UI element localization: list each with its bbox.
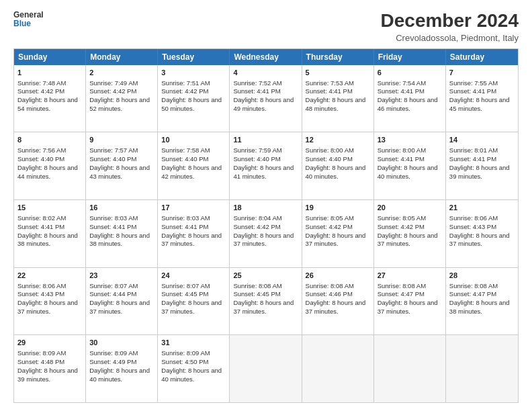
sunrise-text: Sunrise: 8:09 AM bbox=[89, 349, 138, 357]
calendar-row-5: 29Sunrise: 8:09 AMSunset: 4:48 PMDayligh… bbox=[14, 334, 518, 402]
sunset-text: Sunset: 4:43 PM bbox=[449, 223, 496, 230]
daylight-text: Daylight: 8 hours and 37 minutes. bbox=[17, 299, 78, 315]
day-number: 14 bbox=[449, 135, 515, 145]
header-day-wednesday: Wednesday bbox=[230, 49, 302, 65]
sunset-text: Sunset: 4:44 PM bbox=[89, 290, 136, 298]
sunset-text: Sunset: 4:50 PM bbox=[161, 358, 208, 365]
daylight-text: Daylight: 8 hours and 54 minutes. bbox=[17, 96, 78, 112]
sunrise-text: Sunrise: 8:08 AM bbox=[378, 282, 426, 289]
daylight-text: Daylight: 8 hours and 38 minutes. bbox=[449, 299, 510, 315]
day-number: 19 bbox=[306, 203, 370, 213]
sunrise-text: Sunrise: 8:05 AM bbox=[306, 214, 354, 222]
day-cell-23: 23Sunrise: 8:07 AMSunset: 4:44 PMDayligh… bbox=[86, 268, 158, 335]
sunrise-text: Sunrise: 8:09 AM bbox=[161, 349, 210, 357]
daylight-text: Daylight: 8 hours and 41 minutes. bbox=[233, 164, 294, 180]
day-number: 15 bbox=[17, 203, 82, 213]
day-cell-17: 17Sunrise: 8:03 AMSunset: 4:41 PMDayligh… bbox=[158, 200, 230, 267]
sunrise-text: Sunrise: 7:58 AM bbox=[161, 146, 210, 154]
day-number: 3 bbox=[161, 68, 226, 78]
day-cell-24: 24Sunrise: 8:07 AMSunset: 4:45 PMDayligh… bbox=[158, 268, 230, 335]
day-number: 6 bbox=[378, 68, 442, 78]
day-cell-30: 30Sunrise: 8:09 AMSunset: 4:49 PMDayligh… bbox=[86, 335, 158, 402]
logo-blue-label: Blue bbox=[13, 19, 44, 28]
daylight-text: Daylight: 8 hours and 37 minutes. bbox=[161, 299, 222, 315]
day-number: 28 bbox=[449, 271, 515, 281]
sunset-text: Sunset: 4:40 PM bbox=[306, 155, 353, 163]
day-cell-2: 2Sunrise: 7:49 AMSunset: 4:42 PMDaylight… bbox=[86, 65, 158, 132]
day-cell-28: 28Sunrise: 8:08 AMSunset: 4:47 PMDayligh… bbox=[446, 268, 518, 335]
day-number: 11 bbox=[233, 135, 298, 145]
day-cell-20: 20Sunrise: 8:05 AMSunset: 4:42 PMDayligh… bbox=[374, 200, 446, 267]
daylight-text: Daylight: 8 hours and 40 minutes. bbox=[306, 164, 366, 180]
header-day-monday: Monday bbox=[86, 49, 158, 65]
sunrise-text: Sunrise: 8:00 AM bbox=[378, 146, 426, 154]
month-title: December 2024 bbox=[381, 11, 519, 32]
sunset-text: Sunset: 4:42 PM bbox=[306, 223, 353, 230]
sunrise-text: Sunrise: 8:07 AM bbox=[161, 282, 210, 289]
daylight-text: Daylight: 8 hours and 37 minutes. bbox=[161, 232, 222, 248]
sunrise-text: Sunrise: 8:08 AM bbox=[449, 282, 498, 289]
day-cell-27: 27Sunrise: 8:08 AMSunset: 4:47 PMDayligh… bbox=[374, 268, 446, 335]
sunrise-text: Sunrise: 8:09 AM bbox=[17, 349, 66, 357]
day-number: 16 bbox=[89, 203, 154, 213]
page: General Blue December 2024 Crevoladossol… bbox=[0, 0, 532, 411]
daylight-text: Daylight: 8 hours and 37 minutes. bbox=[306, 232, 366, 248]
header-day-thursday: Thursday bbox=[302, 49, 374, 65]
sunset-text: Sunset: 4:42 PM bbox=[89, 87, 136, 95]
day-number: 2 bbox=[89, 68, 154, 78]
sunrise-text: Sunrise: 8:06 AM bbox=[17, 282, 66, 289]
day-number: 29 bbox=[17, 338, 82, 348]
day-number: 23 bbox=[89, 271, 154, 281]
day-number: 20 bbox=[378, 203, 442, 213]
sunrise-text: Sunrise: 7:57 AM bbox=[89, 146, 138, 154]
sunset-text: Sunset: 4:41 PM bbox=[89, 223, 136, 230]
sunset-text: Sunset: 4:41 PM bbox=[449, 87, 496, 95]
daylight-text: Daylight: 8 hours and 37 minutes. bbox=[378, 232, 438, 248]
day-number: 17 bbox=[161, 203, 226, 213]
sunset-text: Sunset: 4:45 PM bbox=[233, 290, 280, 298]
daylight-text: Daylight: 8 hours and 39 minutes. bbox=[17, 367, 78, 383]
sunset-text: Sunset: 4:43 PM bbox=[17, 290, 64, 298]
sunrise-text: Sunrise: 7:49 AM bbox=[89, 79, 138, 87]
empty-cell bbox=[374, 335, 446, 402]
calendar-row-1: 1Sunrise: 7:48 AMSunset: 4:42 PMDaylight… bbox=[14, 65, 518, 132]
daylight-text: Daylight: 8 hours and 46 minutes. bbox=[378, 96, 438, 112]
sunset-text: Sunset: 4:40 PM bbox=[161, 155, 208, 163]
day-cell-4: 4Sunrise: 7:52 AMSunset: 4:41 PMDaylight… bbox=[230, 65, 302, 132]
daylight-text: Daylight: 8 hours and 44 minutes. bbox=[17, 164, 78, 180]
sunset-text: Sunset: 4:47 PM bbox=[449, 290, 496, 298]
day-number: 27 bbox=[378, 271, 442, 281]
day-cell-26: 26Sunrise: 8:08 AMSunset: 4:46 PMDayligh… bbox=[302, 268, 374, 335]
day-number: 30 bbox=[89, 338, 154, 348]
calendar-row-4: 22Sunrise: 8:06 AMSunset: 4:43 PMDayligh… bbox=[14, 267, 518, 335]
day-cell-11: 11Sunrise: 7:59 AMSunset: 4:40 PMDayligh… bbox=[230, 132, 302, 199]
day-cell-25: 25Sunrise: 8:08 AMSunset: 4:45 PMDayligh… bbox=[230, 268, 302, 335]
sunrise-text: Sunrise: 8:06 AM bbox=[449, 214, 498, 222]
daylight-text: Daylight: 8 hours and 43 minutes. bbox=[89, 164, 150, 180]
sunrise-text: Sunrise: 8:02 AM bbox=[17, 214, 66, 222]
day-number: 4 bbox=[233, 68, 298, 78]
sunrise-text: Sunrise: 7:53 AM bbox=[306, 79, 354, 87]
calendar: SundayMondayTuesdayWednesdayThursdayFrid… bbox=[13, 48, 519, 403]
sunrise-text: Sunrise: 8:08 AM bbox=[306, 282, 354, 289]
sunset-text: Sunset: 4:41 PM bbox=[378, 87, 425, 95]
day-number: 13 bbox=[378, 135, 442, 145]
day-cell-3: 3Sunrise: 7:51 AMSunset: 4:42 PMDaylight… bbox=[158, 65, 230, 132]
daylight-text: Daylight: 8 hours and 48 minutes. bbox=[306, 96, 366, 112]
header: General Blue December 2024 Crevoladossol… bbox=[13, 11, 519, 43]
day-cell-16: 16Sunrise: 8:03 AMSunset: 4:41 PMDayligh… bbox=[86, 200, 158, 267]
daylight-text: Daylight: 8 hours and 38 minutes. bbox=[89, 232, 150, 248]
sunrise-text: Sunrise: 7:56 AM bbox=[17, 146, 66, 154]
empty-cell bbox=[302, 335, 374, 402]
day-number: 12 bbox=[306, 135, 370, 145]
header-day-saturday: Saturday bbox=[446, 49, 518, 65]
logo: General Blue bbox=[13, 11, 44, 28]
day-cell-12: 12Sunrise: 8:00 AMSunset: 4:40 PMDayligh… bbox=[302, 132, 374, 199]
header-day-tuesday: Tuesday bbox=[158, 49, 230, 65]
daylight-text: Daylight: 8 hours and 40 minutes. bbox=[161, 367, 222, 383]
sunset-text: Sunset: 4:41 PM bbox=[449, 155, 496, 163]
day-number: 24 bbox=[161, 271, 226, 281]
sunset-text: Sunset: 4:41 PM bbox=[233, 87, 280, 95]
sunset-text: Sunset: 4:49 PM bbox=[89, 358, 136, 365]
sunset-text: Sunset: 4:40 PM bbox=[233, 155, 280, 163]
